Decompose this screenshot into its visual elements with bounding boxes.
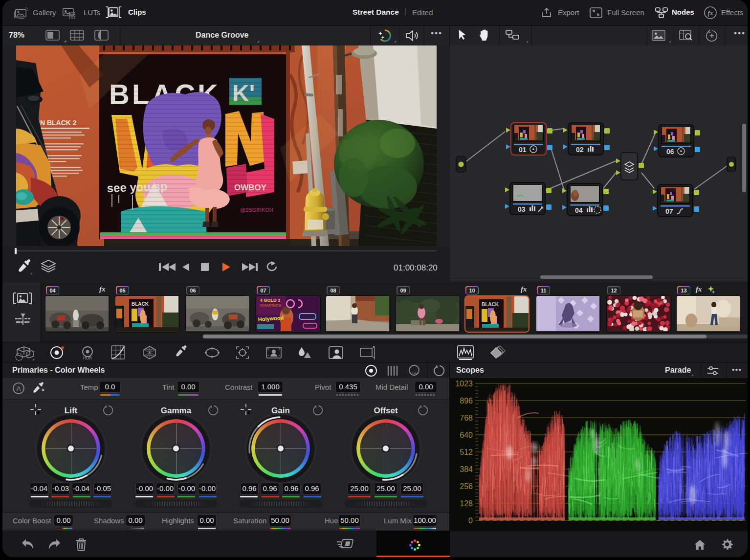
- svg-text:07: 07: [665, 207, 673, 215]
- svg-text:384: 384: [460, 465, 473, 473]
- svg-text:LOG: LOG: [411, 371, 418, 375]
- svg-text:A: A: [17, 385, 21, 392]
- svg-text:04: 04: [575, 206, 583, 214]
- svg-text:fx: fx: [708, 9, 713, 17]
- svg-text:640: 640: [460, 431, 473, 439]
- svg-text:0: 0: [468, 516, 473, 525]
- svg-text:06: 06: [666, 148, 674, 156]
- svg-text:ON BLACK 2: ON BLACK 2: [35, 119, 77, 127]
- svg-text:K': K': [232, 80, 255, 106]
- svg-text:512: 512: [460, 448, 473, 456]
- svg-text:BLACK: BLACK: [482, 302, 499, 307]
- svg-text:4 GOLD 3: 4 GOLD 3: [260, 298, 280, 303]
- svg-text:OWBOY: OWBOY: [234, 183, 267, 192]
- svg-text:03: 03: [518, 205, 526, 213]
- svg-text:1023: 1023: [455, 380, 473, 388]
- svg-text:128: 128: [460, 499, 473, 508]
- svg-text:02: 02: [576, 146, 584, 154]
- svg-text:896: 896: [460, 397, 473, 405]
- svg-text:DIAMONDS: DIAMONDS: [260, 303, 281, 308]
- svg-text:HDR: HDR: [83, 356, 92, 360]
- svg-text:@2SGIRKOH: @2SGIRKOH: [240, 207, 273, 213]
- svg-text:BLACK: BLACK: [132, 301, 149, 307]
- svg-text:768: 768: [460, 414, 473, 422]
- svg-text:256: 256: [460, 482, 473, 491]
- svg-text:see you sp: see you sp: [107, 179, 168, 195]
- svg-text:01: 01: [519, 146, 527, 154]
